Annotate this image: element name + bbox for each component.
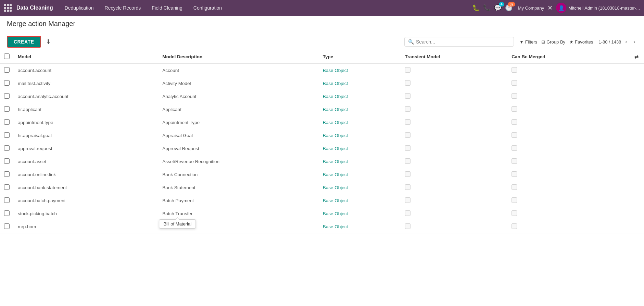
company-name[interactable]: My Company [518,5,544,11]
transient-checkbox[interactable] [405,197,411,203]
col-header-description[interactable]: Model Description [158,50,318,64]
mergeable-checkbox[interactable] [512,197,517,203]
mergeable-checkbox[interactable] [512,210,517,216]
cell-mergeable[interactable] [507,77,610,90]
row-checkbox-cell[interactable] [0,220,14,233]
select-all-checkbox-header[interactable] [0,50,14,64]
cell-mergeable[interactable] [507,207,610,220]
download-button[interactable]: ⬇ [44,37,53,47]
transient-checkbox[interactable] [405,132,411,138]
cell-transient[interactable] [401,155,508,168]
nav-configuration[interactable]: Configuration [189,3,227,13]
row-checkbox[interactable] [4,158,10,164]
cell-mergeable[interactable] [507,64,610,77]
nav-recycle-records[interactable]: Recycle Records [100,3,146,13]
row-checkbox-cell[interactable] [0,207,14,220]
mergeable-checkbox[interactable] [512,119,517,125]
cell-mergeable[interactable] [507,181,610,194]
row-checkbox-cell[interactable] [0,155,14,168]
cell-mergeable[interactable] [507,155,610,168]
cell-transient[interactable] [401,64,508,77]
groupby-button[interactable]: ⊞ Group By [541,39,565,45]
transient-checkbox[interactable] [405,158,411,164]
next-page-button[interactable]: › [631,38,637,46]
chat-icon[interactable]: 💬4 [494,4,502,12]
cell-transient[interactable] [401,77,508,90]
row-checkbox-cell[interactable] [0,64,14,77]
transient-checkbox[interactable] [405,119,411,125]
col-header-type[interactable]: Type [319,50,401,64]
cell-mergeable[interactable] [507,142,610,155]
transient-checkbox[interactable] [405,67,411,73]
mergeable-checkbox[interactable] [512,106,517,112]
mergeable-checkbox[interactable] [512,223,517,229]
mergeable-checkbox[interactable] [512,93,517,99]
row-checkbox[interactable] [4,132,10,138]
row-checkbox-cell[interactable] [0,168,14,181]
mergeable-checkbox[interactable] [512,145,517,151]
cell-transient[interactable] [401,181,508,194]
cell-transient[interactable] [401,194,508,207]
row-checkbox[interactable] [4,67,10,73]
cell-transient[interactable] [401,142,508,155]
row-checkbox-cell[interactable] [0,129,14,142]
transient-checkbox[interactable] [405,93,411,99]
col-settings-icon[interactable]: ⇄ [610,50,644,64]
cell-transient[interactable] [401,103,508,116]
cell-mergeable[interactable] [507,194,610,207]
mergeable-checkbox[interactable] [512,80,517,86]
clock-icon[interactable]: 🕐32 [505,4,513,12]
transient-checkbox[interactable] [405,106,411,112]
create-button[interactable]: CREATE [7,36,41,48]
cell-transient[interactable] [401,90,508,103]
row-checkbox[interactable] [4,93,10,99]
cell-transient[interactable] [401,207,508,220]
row-checkbox-cell[interactable] [0,181,14,194]
row-checkbox[interactable] [4,80,10,86]
cell-mergeable[interactable] [507,129,610,142]
row-checkbox[interactable] [4,145,10,151]
row-checkbox-cell[interactable] [0,90,14,103]
cell-mergeable[interactable] [507,168,610,181]
row-checkbox[interactable] [4,197,10,203]
cell-mergeable[interactable] [507,90,610,103]
col-header-model[interactable]: Model [14,50,158,64]
row-checkbox[interactable] [4,106,10,112]
mergeable-checkbox[interactable] [512,67,517,73]
tools-icon[interactable]: ✕ [547,4,553,12]
phone-icon[interactable]: 📞 [483,4,491,12]
cell-mergeable[interactable] [507,116,610,129]
cell-mergeable[interactable] [507,103,610,116]
row-checkbox[interactable] [4,184,10,190]
cell-mergeable[interactable] [507,220,610,233]
mergeable-checkbox[interactable] [512,171,517,177]
search-bar[interactable]: 🔍 [404,37,514,47]
nav-field-cleaning[interactable]: Field Cleaning [147,3,187,13]
user-menu[interactable]: 👤 Mitchell Admin (18103818-master-... [556,3,640,13]
cell-transient[interactable] [401,168,508,181]
app-grid-icon[interactable] [4,4,12,12]
transient-checkbox[interactable] [405,171,411,177]
transient-checkbox[interactable] [405,223,411,229]
cell-transient[interactable] [401,129,508,142]
nav-deduplication[interactable]: Deduplication [60,3,99,13]
row-checkbox[interactable] [4,119,10,125]
transient-checkbox[interactable] [405,80,411,86]
transient-checkbox[interactable] [405,145,411,151]
cell-transient[interactable] [401,220,508,233]
transient-checkbox[interactable] [405,184,411,190]
row-checkbox-cell[interactable] [0,194,14,207]
filters-button[interactable]: ▼ Filters [519,39,537,45]
row-checkbox[interactable] [4,210,10,216]
bug-icon[interactable]: 🐛 [472,4,480,12]
search-input[interactable] [416,39,510,45]
col-header-transient[interactable]: Transient Model [401,50,508,64]
transient-checkbox[interactable] [405,210,411,216]
row-checkbox-cell[interactable] [0,116,14,129]
favorites-button[interactable]: ★ Favorites [569,39,593,45]
mergeable-checkbox[interactable] [512,184,517,190]
row-checkbox[interactable] [4,223,10,229]
mergeable-checkbox[interactable] [512,158,517,164]
mergeable-checkbox[interactable] [512,132,517,138]
row-checkbox[interactable] [4,171,10,177]
